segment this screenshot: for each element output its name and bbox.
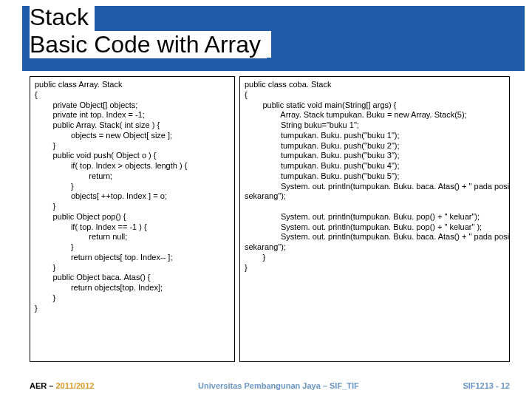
title-line-2: Basic Code with Array [30,31,267,58]
code-box-arraystack: public class Array. Stack { private Obje… [30,76,235,362]
title-underline [30,69,273,71]
code-row: public class Array. Stack { private Obje… [0,74,532,362]
footer-left: AER – 2011/2012 [30,381,94,390]
slide-footer: AER – 2011/2012 Universitas Pembangunan … [30,381,510,390]
code-box-cobastack: public class coba. Stack { public static… [239,76,510,362]
footer-year: 2011/2012 [55,381,94,390]
title-line-1: Stack [30,4,95,31]
footer-left-prefix: AER – [30,381,55,390]
slide-title-area: Stack Basic Code with Array [0,0,532,74]
footer-mid: Universitas Pembangunan Jaya – SIF_TIF [198,381,359,390]
footer-right: SIF1213 - 12 [463,381,510,390]
